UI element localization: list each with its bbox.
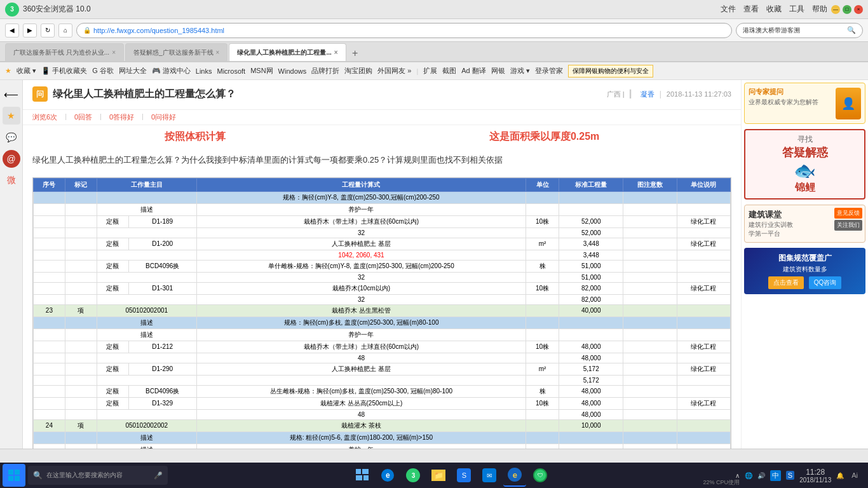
menu-tools[interactable]: 工具: [789, 4, 804, 15]
search-bar[interactable]: 港珠澳大桥带游客溯 🔍: [736, 23, 863, 38]
sidebar-icon-1[interactable]: ⟵: [3, 85, 20, 103]
taskbar-app-360[interactable]: 3: [402, 464, 424, 487]
follow-feedback: 意见反馈 关注我们: [834, 208, 862, 231]
forward-button[interactable]: ▶: [23, 24, 37, 37]
taskbar-app-search2[interactable]: S: [452, 464, 475, 487]
bookmark-links[interactable]: Links: [196, 67, 212, 75]
annotations: 按照体积计算 这是面积乘以厚度0.25m: [23, 125, 741, 149]
table-row: 描述 养护一年: [34, 444, 731, 449]
bookmark-google[interactable]: G 谷歌: [92, 66, 114, 76]
bookmark-foreign[interactable]: 外国网友 »: [377, 66, 411, 76]
atlas-title: 图集规范覆盖广: [749, 253, 860, 264]
taskbar: 🔍 在这里输入您要搜索的内容 🎤 e 3 📁: [0, 463, 868, 488]
nav-bar: ◀ ▶ ↻ ⌂ 🔒 http://e.fwxgx.com/question_19…: [0, 19, 868, 42]
bookmarks-bar: ★ 收藏 ▾ 📱 手机收藏夹 G 谷歌 网址大全 🎮 游戏中心 Links Mi…: [0, 62, 868, 80]
refresh-button[interactable]: ↻: [41, 24, 55, 37]
close-button[interactable]: ×: [854, 5, 863, 14]
atlas-banner: 图集规范覆盖广 建筑资料数量多 点击查看 QQ咨询: [744, 248, 865, 294]
menu-view[interactable]: 查看: [743, 4, 759, 15]
browser-title: 360安全浏览器 10.0: [23, 4, 717, 15]
question-user[interactable]: 凝香: [641, 90, 654, 99]
qq-consult-button[interactable]: QQ咨询: [809, 276, 842, 289]
taskbar-clock[interactable]: 11:28 2018/11/13: [799, 468, 831, 484]
tab-2-close[interactable]: ×: [216, 49, 220, 56]
sidebar-icon-weibo[interactable]: 微: [3, 172, 20, 189]
follow-button[interactable]: 关注我们: [834, 220, 862, 231]
address-bar[interactable]: 🔒 http://e.fwxgx.com/question_1985443.ht…: [76, 23, 732, 38]
bookmark-login[interactable]: 登录管家: [535, 66, 563, 76]
360safe-icon: 🛡: [533, 468, 547, 482]
svg-rect-4: [356, 469, 361, 474]
tab-1[interactable]: 广联达服务新干线 只为造价从业... ×: [5, 43, 124, 61]
bookmark-microsoft[interactable]: Microsoft: [217, 67, 246, 75]
svg-rect-0: [8, 470, 13, 475]
table-row: 定额 D1-301 栽植乔木(10cm以内) 10株 82,000 绿化工程: [34, 282, 731, 294]
taskbar-app-task-view[interactable]: [351, 464, 374, 487]
bookmark-msn[interactable]: MSN网: [250, 66, 273, 76]
bookmark-extend[interactable]: 扩展: [423, 66, 437, 76]
home-button[interactable]: ⌂: [58, 24, 72, 37]
col-header-job1: 工作量主目: [97, 178, 196, 191]
menu-favorites[interactable]: 收藏: [766, 4, 782, 15]
sidebar-icon-chat[interactable]: 💬: [3, 128, 20, 146]
bookmark-taobao[interactable]: 淘宝团购: [344, 66, 372, 76]
taskbar-app-explorer[interactable]: 📁: [427, 464, 450, 487]
bookmark-mobile[interactable]: 📱 手机收藏夹: [41, 66, 87, 76]
question-count: 0问得好: [151, 112, 176, 122]
col-header-unitdesc: 单位说明: [677, 178, 730, 191]
table-row: 描述 养护一年: [34, 203, 731, 215]
left-sidebar: ⟵ ★ 💬 @ 微: [0, 80, 23, 449]
bookmark-translate[interactable]: Ad 翻译: [461, 66, 486, 76]
security-notification: 保障网银购物的便利与安全: [568, 65, 653, 78]
taskbar-app-edge[interactable]: e: [376, 464, 399, 487]
find-fish-label: 答疑解惑: [749, 145, 860, 160]
question-icon: 问: [32, 86, 48, 102]
bookmark-brand[interactable]: 品牌打折: [311, 66, 339, 76]
taskbar-search[interactable]: 🔍 在这里输入您要搜索的内容 🎤: [28, 466, 168, 485]
question-meta: 问 绿化里人工换种植肥土的工程量怎么算？ 广西 | ▎ 凝香 | 2018-11…: [32, 86, 731, 102]
start-button[interactable]: [3, 464, 25, 487]
menu-file[interactable]: 文件: [721, 4, 736, 15]
browser360-icon: 3: [406, 468, 420, 482]
tab-3-close[interactable]: ×: [334, 49, 338, 56]
taskbar-tray: ∧ 🌐 🔊 中 S 11:28 2018/11/13 🔔 Ai: [735, 468, 865, 484]
tab-1-close[interactable]: ×: [112, 49, 116, 56]
minimize-button[interactable]: —: [831, 5, 840, 14]
feedback-button[interactable]: 意见反馈: [834, 208, 862, 219]
table-row: 1042, 2060, 431 3,448: [34, 250, 731, 260]
bookmark-banking[interactable]: 网银: [491, 66, 505, 76]
sougou-icon[interactable]: S: [786, 471, 794, 480]
bookmark-windows[interactable]: Windows: [278, 67, 307, 75]
back-button[interactable]: ◀: [5, 24, 19, 37]
notification-bell[interactable]: 🔔: [836, 472, 844, 479]
col-header-seq: 序号: [34, 178, 65, 191]
sidebar-icon-mail[interactable]: @: [3, 150, 20, 168]
ime-zh[interactable]: 中: [770, 470, 781, 481]
status-bar: [0, 449, 868, 463]
table-row-section-23: 23 项 050102002001 栽植乔木 丛生黑松管 40,000: [34, 304, 731, 316]
maximize-button[interactable]: □: [843, 5, 851, 14]
bookmark-site-nav[interactable]: 网址大全: [119, 66, 147, 76]
network-icon: 🌐: [745, 472, 752, 479]
table-row: 定额 D1-189 栽植乔木（带土球）土球直径(60cm以内) 10株 52,0…: [34, 215, 731, 227]
tab-3[interactable]: 绿化里人工换种植肥土的工程量... ×: [229, 43, 346, 61]
svg-rect-1: [15, 470, 20, 475]
bookmark-screenshot[interactable]: 截图: [442, 66, 456, 76]
bookmark-games[interactable]: 🎮 游戏中心: [152, 66, 191, 76]
stats-bar: 浏览6次 | 0回答 | 0答得好 | 0问得好: [23, 110, 741, 125]
bookmark-games2[interactable]: 游戏 ▾: [510, 66, 530, 76]
atlas-cta-button[interactable]: 点击查看: [768, 276, 804, 289]
taskbar-app-ie[interactable]: e: [503, 464, 526, 487]
taskbar-app-360safe[interactable]: 🛡: [529, 464, 552, 487]
bookmark-collections[interactable]: 收藏 ▾: [17, 66, 36, 76]
ai-label-area[interactable]: Ai: [849, 470, 860, 480]
sidebar-icon-star[interactable]: ★: [3, 107, 20, 125]
explorer-icon: 📁: [431, 470, 445, 481]
new-tab-button[interactable]: +: [348, 46, 363, 61]
taskbar-app-mail[interactable]: ✉: [478, 464, 501, 487]
tab-2[interactable]: 答疑解惑_广联达服务新干线 ×: [125, 43, 227, 61]
menu-help[interactable]: 帮助: [812, 4, 827, 15]
mascot-label: 锦鲤: [749, 181, 860, 194]
mail-icon: ✉: [482, 468, 496, 482]
data-table-container: 序号 标记 工作量主目 工程量计算式 单位 标准工程量 图注意数 单位说明: [32, 177, 731, 449]
